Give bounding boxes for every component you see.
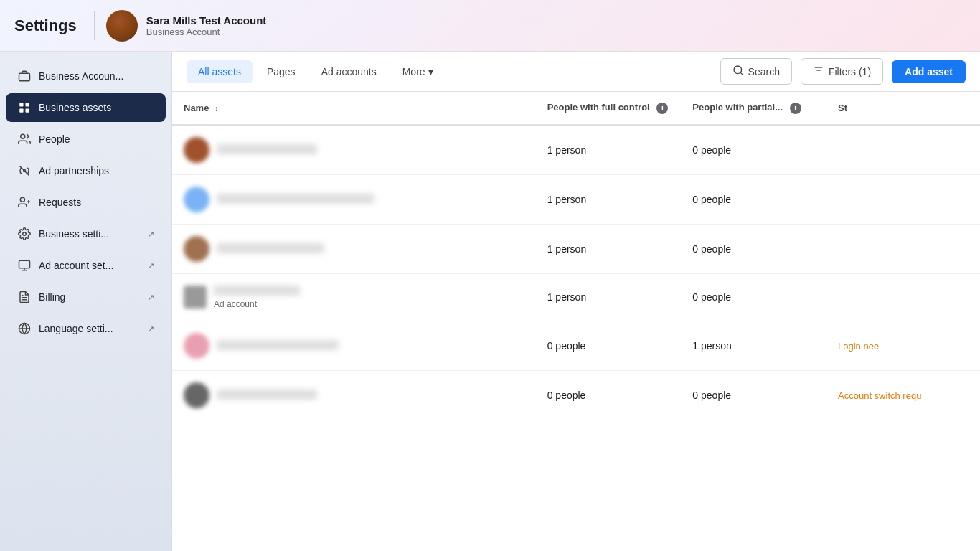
status-badge: Account switch requ xyxy=(838,390,921,401)
full-control-cell: 1 person xyxy=(536,224,682,273)
sidebar-item-label: Business setti... xyxy=(39,228,109,240)
row-avatar xyxy=(184,236,209,262)
svg-rect-1 xyxy=(19,103,23,106)
sidebar-item-ad-partnerships[interactable]: Ad partnerships xyxy=(6,156,166,185)
row-avatar xyxy=(184,286,207,309)
info-icon[interactable]: i xyxy=(790,103,801,114)
tab-all-assets[interactable]: All assets xyxy=(187,60,253,83)
search-icon xyxy=(732,65,744,78)
row-sub-label: Ad account xyxy=(214,299,300,309)
svg-line-19 xyxy=(740,72,743,75)
sidebar-item-business-assets[interactable]: Business assets xyxy=(6,93,166,122)
full-control-cell: 1 person xyxy=(536,273,682,321)
tab-bar: All assets Pages Ad accounts More ▾ Sear… xyxy=(172,52,980,92)
sidebar-item-people[interactable]: People xyxy=(6,125,166,154)
sort-icon: ↕ xyxy=(215,105,218,113)
external-link-icon: ↗ xyxy=(148,324,154,334)
partial-control-cell: 0 people xyxy=(681,224,826,273)
row-avatar xyxy=(184,382,209,408)
search-button[interactable]: Search xyxy=(720,58,792,85)
status-cell: Login nee xyxy=(826,321,980,370)
name-cell xyxy=(172,125,536,175)
avatar xyxy=(106,10,138,42)
sidebar-item-language-settings[interactable]: Language setti... ↗ xyxy=(6,314,166,343)
ad-account-icon xyxy=(17,258,32,273)
account-name: Sara Mills Test Account xyxy=(146,14,267,27)
partial-control-cell: 0 people xyxy=(681,174,826,224)
row-avatar xyxy=(184,187,209,212)
sidebar-item-billing[interactable]: Billing ↗ xyxy=(6,283,166,311)
assets-table: Name ↕ People with full control i People… xyxy=(172,92,980,420)
table-row[interactable]: 0 people 0 people Account switch requ xyxy=(172,370,980,420)
person-add-icon xyxy=(17,195,32,209)
sidebar-item-label: Language setti... xyxy=(39,323,113,334)
filters-icon xyxy=(813,65,824,78)
table-row[interactable]: 1 person 0 people xyxy=(172,125,980,175)
sidebar-item-label: Business assets xyxy=(39,102,111,113)
sidebar-item-label: Billing xyxy=(39,291,65,303)
add-asset-button[interactable]: Add asset xyxy=(892,60,966,83)
row-name xyxy=(217,144,317,154)
filters-button[interactable]: Filters (1) xyxy=(801,58,883,85)
svg-point-18 xyxy=(734,66,742,74)
settings-title: Settings xyxy=(14,17,77,35)
chevron-down-icon: ▾ xyxy=(428,66,433,77)
people-icon xyxy=(17,132,32,146)
svg-rect-3 xyxy=(19,109,23,113)
sidebar-item-label: Requests xyxy=(39,197,81,208)
svg-rect-0 xyxy=(19,73,30,81)
svg-rect-11 xyxy=(19,260,30,268)
main-layout: Business Accoun... Business assets Peopl… xyxy=(0,52,980,551)
name-cell xyxy=(172,174,536,224)
external-link-icon: ↗ xyxy=(148,293,154,302)
sidebar-item-business-account[interactable]: Business Accoun... xyxy=(6,62,166,90)
partial-control-cell: 0 people xyxy=(681,273,826,321)
name-cell xyxy=(172,370,536,420)
grid-icon xyxy=(17,100,32,115)
sidebar-item-label: Business Accoun... xyxy=(39,70,123,82)
row-name xyxy=(214,286,300,296)
tab-more[interactable]: More ▾ xyxy=(391,60,445,83)
tab-ad-accounts[interactable]: Ad accounts xyxy=(310,60,388,83)
header-divider xyxy=(94,11,95,40)
more-label: More xyxy=(402,66,425,77)
sidebar-item-label: People xyxy=(39,133,70,145)
table-header-row: Name ↕ People with full control i People… xyxy=(172,92,980,125)
info-icon[interactable]: i xyxy=(656,103,668,114)
content-area: All assets Pages Ad accounts More ▾ Sear… xyxy=(172,52,980,551)
external-link-icon: ↗ xyxy=(148,261,154,270)
external-link-icon: ↗ xyxy=(148,230,154,239)
sidebar-item-business-settings[interactable]: Business setti... ↗ xyxy=(6,220,166,248)
status-cell xyxy=(826,174,980,224)
row-name xyxy=(217,243,324,253)
row-name xyxy=(217,194,374,204)
full-control-cell: 1 person xyxy=(536,174,682,224)
col-header-partial-control: People with partial... i xyxy=(681,92,826,125)
sidebar-item-requests[interactable]: Requests xyxy=(6,188,166,217)
table-row[interactable]: 1 person 0 people xyxy=(172,174,980,224)
filters-label: Filters (1) xyxy=(829,66,871,77)
invoice-icon xyxy=(17,290,32,304)
briefcase-icon xyxy=(17,69,32,83)
sidebar: Business Accoun... Business assets Peopl… xyxy=(0,52,172,551)
svg-rect-4 xyxy=(26,109,29,113)
table-row[interactable]: Ad account 1 person 0 people xyxy=(172,273,980,321)
tab-actions: Search Filters (1) Add asset xyxy=(720,58,966,85)
assets-table-container: Name ↕ People with full control i People… xyxy=(172,92,980,551)
sidebar-item-ad-account-settings[interactable]: Ad account set... ↗ xyxy=(6,251,166,280)
name-cell xyxy=(172,321,536,370)
row-avatar xyxy=(184,137,209,163)
account-info: Sara Mills Test Account Business Account xyxy=(146,14,267,37)
partial-control-cell: 0 people xyxy=(681,125,826,175)
table-row[interactable]: 0 people 1 person Login nee xyxy=(172,321,980,370)
full-control-cell: 0 people xyxy=(536,370,682,420)
handshake-icon xyxy=(17,164,32,178)
status-cell: Account switch requ xyxy=(826,370,980,420)
col-header-name[interactable]: Name ↕ xyxy=(172,92,536,125)
tab-pages[interactable]: Pages xyxy=(255,60,307,83)
table-row[interactable]: 1 person 0 people xyxy=(172,224,980,273)
status-cell xyxy=(826,273,980,321)
row-avatar xyxy=(184,333,209,359)
search-label: Search xyxy=(748,66,780,77)
svg-point-7 xyxy=(20,197,24,202)
